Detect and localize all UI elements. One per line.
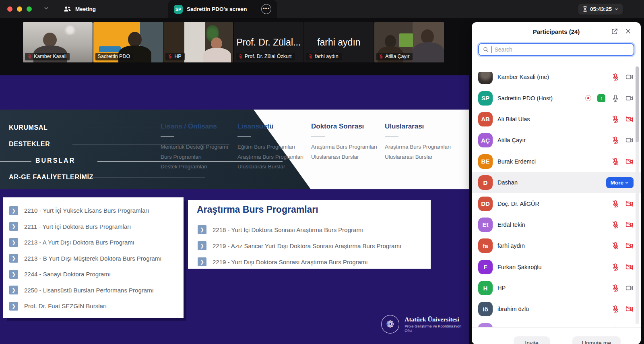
more-button[interactable]: More (606, 177, 634, 188)
avatar: iö (478, 302, 493, 316)
program-list-item[interactable]: ❯ Prof. Dr. Fuat SEZGİN Bursları (3, 298, 184, 314)
menu-link[interactable]: Araştırma Burs Programları (311, 144, 377, 150)
menu-link[interactable]: Araştırma Burs Programları (385, 144, 451, 150)
participant-row[interactable]: ABAli Bilal Ulas (472, 109, 641, 130)
mic-muted-icon[interactable] (611, 221, 619, 229)
chevron-down-icon[interactable] (43, 5, 49, 11)
menu-link[interactable]: Uluslararası Burslar (385, 154, 451, 160)
video-tile[interactable]: HP (163, 22, 233, 62)
participant-name: Atilla Çayır (497, 137, 526, 143)
program-list-item[interactable]: ❯ 2213 - B Yurt Dışı Müşterek Doktora Bu… (3, 251, 184, 267)
mic-muted-icon[interactable] (611, 284, 619, 292)
menu-column-title[interactable]: Lisansüstü (237, 122, 303, 131)
tab-meeting[interactable]: Meeting (64, 0, 96, 18)
participant-row[interactable]: iöibrahim özlü (472, 298, 641, 319)
participant-row[interactable]: FFurkan Şakiroğlu (472, 257, 641, 278)
participant-row[interactable]: EtErdal tekin (472, 214, 641, 235)
search-input[interactable]: Search (478, 43, 634, 56)
avatar: F (478, 260, 493, 274)
participant-row[interactable]: Kamber Kasali (me) (472, 72, 641, 87)
unmute-me-button[interactable]: Unmute me (572, 336, 621, 344)
participant-row[interactable]: DDashanMore (472, 172, 641, 193)
video-tile[interactable]: Kamber Kasali (23, 22, 93, 62)
program-list-item[interactable]: ❯ 2219 - Aziz Sancar Yurt Dışı Doktora S… (197, 238, 431, 254)
participant-row[interactable]: DDDoç. Dr. AliGÜR (472, 193, 641, 214)
invite-button[interactable]: Invite (514, 336, 550, 344)
text-cursor (491, 46, 492, 53)
camera-on-icon[interactable] (625, 94, 634, 102)
avatar: DD (478, 197, 493, 211)
program-list-item[interactable]: ❯ 2213 - A Yurt Dışı Doktora Burs Progra… (3, 234, 184, 251)
camera-off-icon[interactable] (625, 221, 634, 229)
camera-on-icon[interactable] (625, 73, 634, 81)
mic-on-icon[interactable] (611, 94, 619, 102)
video-tile[interactable]: farhi aydınfarhi aydın (304, 22, 374, 62)
camera-off-icon[interactable] (625, 263, 634, 271)
program-list-item[interactable]: ❯ 2218 - Yurt İçi Doktora Sonrası Araştı… (197, 222, 431, 238)
mic-muted-icon[interactable] (611, 305, 619, 313)
camera-off-icon[interactable] (625, 305, 634, 313)
university-logo: ❁ Atatürk Üniversitesi Proje Geliştirme … (381, 315, 469, 334)
mic-muted-icon[interactable] (611, 263, 619, 271)
tab-options-icon[interactable]: ••• (261, 4, 271, 14)
program-list-item[interactable]: ❯ 2211 - Yurt İçi Doktora Burs Programla… (3, 219, 184, 235)
video-tile[interactable]: Sadrettin PDO (93, 22, 163, 62)
chevron-right-icon: ❯ (9, 302, 18, 311)
nav-item-2[interactable]: DESTEKLER (9, 141, 50, 148)
menu-column-title[interactable]: Doktora Sonrası (311, 122, 377, 131)
camera-off-icon[interactable] (625, 157, 634, 166)
video-tile[interactable]: Atilla Çayır (374, 22, 444, 62)
participant-row[interactable]: fafarhi aydın (472, 235, 641, 256)
nav-item-1[interactable]: KURUMSAL (9, 124, 47, 131)
video-tile[interactable]: Prof. Dr. Zülal...Prof. Dr. Zülal Özkurt (234, 22, 303, 62)
menu-link[interactable]: Eğitim Burs Programları (237, 144, 303, 150)
participant-row[interactable]: HHP (472, 278, 641, 298)
menu-column-title[interactable]: Uluslararası (385, 122, 451, 131)
program-list-item[interactable]: ❯ 2244 - Sanayi Doktora Programı (3, 266, 184, 282)
chevron-right-icon: ❯ (9, 238, 18, 247)
mic-muted-icon[interactable] (611, 157, 619, 166)
mic-muted-icon[interactable] (611, 115, 619, 123)
tab-screen-share-label: Sadrettin PDO's screen (187, 6, 257, 12)
camera-off-icon[interactable] (625, 115, 634, 123)
camera-off-icon[interactable] (625, 242, 634, 250)
menu-link[interactable]: Araştırma Burs Programları (237, 154, 303, 160)
program-list-item[interactable]: ❯ 2219 - Yurt Dışı Doktora Sonrası Araşt… (197, 254, 431, 270)
menu-column: Doktora SonrasıAraştırma Burs Programlar… (311, 122, 377, 164)
camera-on-icon[interactable] (625, 136, 634, 144)
participant-row[interactable]: SPSadrettin PDO (Host)↑ (472, 87, 641, 108)
program-list-item[interactable]: ❯ 2210 - Yurt İçi Yüksek Lisans Burs Pro… (3, 203, 184, 219)
participant-name: Ali Bilal Ulas (497, 116, 530, 122)
menu-link[interactable]: Uluslararası Burslar (311, 154, 377, 160)
tile-name-label: Prof. Dr. Zülal Özkurt (236, 53, 295, 60)
camera-off-icon[interactable] (625, 200, 634, 208)
program-list-item[interactable]: ❯ 2250 - Lisansüstü Bursları Performans … (3, 282, 184, 298)
meeting-timer[interactable]: 05:43:25 (578, 4, 623, 15)
participant-row[interactable]: iiPhone (472, 320, 641, 327)
minimize-window-button[interactable] (17, 6, 22, 12)
nav-item-3[interactable]: BURSLAR (35, 157, 75, 164)
participant-row[interactable]: BEBurak Erdemci (472, 151, 641, 172)
zoom-window-button[interactable] (27, 6, 32, 12)
scrollbar-thumb[interactable] (636, 66, 639, 142)
close-icon[interactable] (625, 28, 632, 35)
menu-link[interactable]: Mentorluk Desteği Programı (161, 144, 228, 150)
scrollbar[interactable] (636, 66, 639, 324)
menu-link[interactable]: Uluslararası Burslar (237, 164, 303, 170)
mic-muted-icon[interactable] (611, 242, 619, 250)
camera-on-icon[interactable] (625, 284, 634, 292)
mic-muted-icon[interactable] (611, 136, 619, 144)
popout-icon[interactable] (611, 28, 618, 35)
timer-value: 05:43:25 (590, 6, 612, 12)
participant-row[interactable]: AÇAtilla Çayır (472, 130, 641, 151)
menu-link[interactable]: Destek Programları (161, 164, 228, 170)
mic-muted-icon[interactable] (611, 200, 619, 208)
mic-muted-icon[interactable] (611, 73, 619, 81)
tile-name-label: Kamber Kasali (25, 53, 70, 60)
card-title: Araştırma Burs Programları (197, 204, 431, 215)
menu-column-title[interactable]: Lisans / Önlisans (161, 122, 228, 131)
close-window-button[interactable] (7, 6, 12, 12)
participant-name: Erdal tekin (497, 222, 525, 228)
tab-screen-share[interactable]: SP Sadrettin PDO's screen ••• (168, 0, 277, 18)
menu-link[interactable]: Burs Programları (161, 154, 228, 160)
